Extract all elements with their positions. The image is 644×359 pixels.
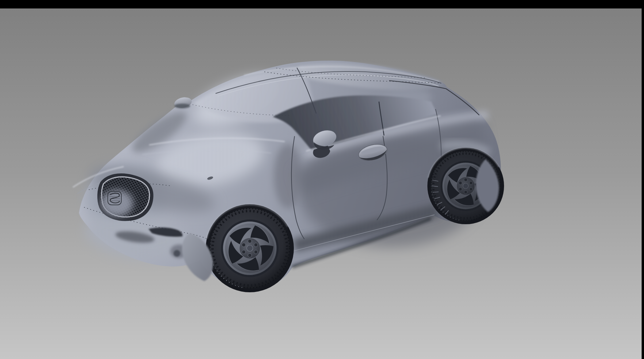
right-letterbox-bar xyxy=(642,0,644,359)
car-model xyxy=(73,61,504,292)
render-streaks xyxy=(79,61,501,290)
top-letterbox-bar xyxy=(0,0,644,8)
viewport-canvas[interactable] xyxy=(0,0,644,359)
render-viewport[interactable] xyxy=(0,0,644,359)
